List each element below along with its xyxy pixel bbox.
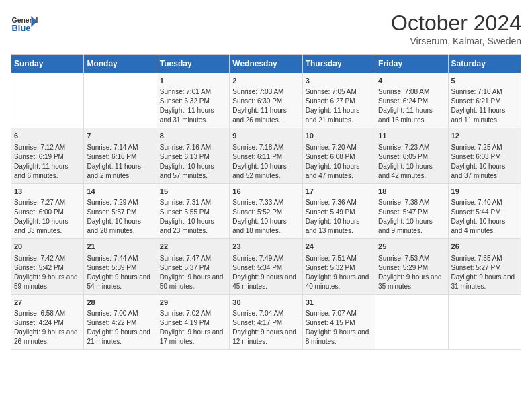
sunrise: Sunrise: 7:14 AM — [87, 144, 138, 151]
sunset: Sunset: 6:27 PM — [306, 97, 355, 105]
calendar-cell: 13 Sunrise: 7:27 AM Sunset: 6:00 PM Dayl… — [11, 183, 84, 238]
calendar-cell: 10 Sunrise: 7:20 AM Sunset: 6:08 PM Dayl… — [302, 128, 375, 183]
daylight: Daylight: 11 hours and 26 minutes. — [232, 107, 287, 124]
daylight: Daylight: 11 hours and 31 minutes. — [160, 107, 214, 124]
calendar-cell: 25 Sunrise: 7:53 AM Sunset: 5:29 PM Dayl… — [375, 239, 448, 294]
daylight: Daylight: 9 hours and 35 minutes. — [378, 273, 442, 290]
daylight: Daylight: 11 hours and 2 minutes. — [87, 163, 141, 179]
sunrise: Sunrise: 7:23 AM — [378, 144, 429, 151]
calendar-cell: 12 Sunrise: 7:25 AM Sunset: 6:03 PM Dayl… — [448, 128, 521, 183]
sunrise: Sunrise: 7:38 AM — [378, 199, 429, 206]
calendar-cell: 7 Sunrise: 7:14 AM Sunset: 6:16 PM Dayli… — [84, 128, 157, 183]
sunrise: Sunrise: 7:04 AM — [232, 310, 283, 317]
day-number: 13 — [14, 187, 81, 197]
sunrise: Sunrise: 7:33 AM — [232, 199, 283, 206]
day-number: 23 — [232, 242, 299, 252]
calendar-cell: 16 Sunrise: 7:33 AM Sunset: 5:52 PM Dayl… — [230, 183, 302, 238]
calendar-cell: 17 Sunrise: 7:36 AM Sunset: 5:49 PM Dayl… — [302, 183, 375, 238]
calendar-cell: 31 Sunrise: 7:07 AM Sunset: 4:15 PM Dayl… — [302, 294, 375, 349]
calendar-cell: 30 Sunrise: 7:04 AM Sunset: 4:17 PM Dayl… — [230, 294, 302, 349]
sunset: Sunset: 4:24 PM — [14, 319, 64, 326]
col-saturday: Saturday — [448, 55, 521, 73]
sunrise: Sunrise: 7:01 AM — [160, 88, 211, 95]
sunset: Sunset: 6:05 PM — [378, 153, 428, 161]
col-monday: Monday — [84, 55, 157, 73]
calendar-cell: 23 Sunrise: 7:49 AM Sunset: 5:34 PM Dayl… — [230, 239, 302, 294]
day-number: 7 — [87, 131, 153, 141]
calendar-week-4: 20 Sunrise: 7:42 AM Sunset: 5:42 PM Dayl… — [11, 239, 521, 294]
calendar-cell: 21 Sunrise: 7:44 AM Sunset: 5:39 PM Dayl… — [84, 239, 157, 294]
sunset: Sunset: 6:30 PM — [232, 97, 282, 105]
calendar-cell: 6 Sunrise: 7:12 AM Sunset: 6:19 PM Dayli… — [11, 128, 84, 183]
calendar-cell: 15 Sunrise: 7:31 AM Sunset: 5:55 PM Dayl… — [157, 183, 229, 238]
sunset: Sunset: 6:16 PM — [87, 153, 136, 161]
sunset: Sunset: 6:24 PM — [378, 97, 428, 105]
daylight: Daylight: 9 hours and 8 minutes. — [306, 328, 369, 345]
sunset: Sunset: 5:37 PM — [160, 264, 210, 271]
sunrise: Sunrise: 7:51 AM — [306, 255, 357, 262]
daylight: Daylight: 10 hours and 57 minutes. — [160, 163, 214, 179]
col-friday: Friday — [375, 55, 448, 73]
calendar-cell: 4 Sunrise: 7:08 AM Sunset: 6:24 PM Dayli… — [375, 73, 448, 128]
sunrise: Sunrise: 7:27 AM — [14, 199, 65, 206]
calendar-cell: 28 Sunrise: 7:00 AM Sunset: 4:22 PM Dayl… — [84, 294, 157, 349]
daylight: Daylight: 9 hours and 40 minutes. — [306, 273, 369, 290]
day-number: 22 — [160, 242, 226, 252]
daylight: Daylight: 10 hours and 33 minutes. — [14, 218, 69, 234]
sunrise: Sunrise: 7:47 AM — [160, 255, 211, 262]
daylight: Daylight: 10 hours and 37 minutes. — [451, 163, 506, 179]
sunset: Sunset: 5:27 PM — [451, 264, 501, 271]
sunset: Sunset: 6:03 PM — [451, 153, 501, 161]
daylight: Daylight: 10 hours and 47 minutes. — [306, 163, 360, 179]
day-number: 25 — [378, 242, 445, 252]
calendar-cell: 1 Sunrise: 7:01 AM Sunset: 6:32 PM Dayli… — [157, 73, 229, 128]
day-number: 28 — [87, 298, 153, 308]
day-number: 15 — [160, 187, 226, 197]
calendar-cell: 2 Sunrise: 7:03 AM Sunset: 6:30 PM Dayli… — [230, 73, 302, 128]
sunrise: Sunrise: 7:53 AM — [378, 255, 429, 262]
calendar-cell: 20 Sunrise: 7:42 AM Sunset: 5:42 PM Dayl… — [11, 239, 84, 294]
sunrise: Sunrise: 7:42 AM — [14, 255, 65, 262]
day-number: 5 — [451, 76, 518, 86]
daylight: Daylight: 10 hours and 4 minutes. — [451, 218, 506, 234]
calendar-cell — [375, 294, 448, 349]
day-number: 31 — [306, 298, 372, 308]
day-number: 11 — [378, 131, 445, 141]
daylight: Daylight: 9 hours and 26 minutes. — [14, 328, 78, 345]
sunrise: Sunrise: 7:55 AM — [451, 255, 502, 262]
header-row: Sunday Monday Tuesday Wednesday Thursday… — [11, 55, 521, 73]
daylight: Daylight: 10 hours and 42 minutes. — [378, 163, 433, 179]
sunset: Sunset: 5:29 PM — [378, 264, 428, 271]
calendar-cell: 27 Sunrise: 6:58 AM Sunset: 4:24 PM Dayl… — [11, 294, 84, 349]
day-number: 30 — [232, 298, 299, 308]
daylight: Daylight: 9 hours and 45 minutes. — [232, 273, 296, 290]
sunset: Sunset: 6:21 PM — [451, 97, 501, 105]
day-number: 10 — [306, 131, 372, 141]
col-sunday: Sunday — [11, 55, 84, 73]
sunrise: Sunrise: 7:16 AM — [160, 144, 211, 151]
sunset: Sunset: 6:00 PM — [14, 208, 64, 216]
sunset: Sunset: 6:32 PM — [160, 97, 210, 105]
calendar-week-2: 6 Sunrise: 7:12 AM Sunset: 6:19 PM Dayli… — [11, 128, 521, 183]
sunset: Sunset: 4:17 PM — [232, 319, 282, 326]
sunrise: Sunrise: 7:18 AM — [232, 144, 283, 151]
sunset: Sunset: 4:22 PM — [87, 319, 136, 326]
day-number: 26 — [451, 242, 518, 252]
day-number: 21 — [87, 242, 153, 252]
sunset: Sunset: 5:44 PM — [451, 208, 501, 216]
sunrise: Sunrise: 7:02 AM — [160, 310, 211, 317]
sunset: Sunset: 5:57 PM — [87, 208, 136, 216]
sunrise: Sunrise: 7:49 AM — [232, 255, 283, 262]
daylight: Daylight: 11 hours and 21 minutes. — [306, 107, 360, 124]
sunset: Sunset: 5:47 PM — [378, 208, 428, 216]
daylight: Daylight: 10 hours and 18 minutes. — [232, 218, 287, 234]
calendar-cell: 3 Sunrise: 7:05 AM Sunset: 6:27 PM Dayli… — [302, 73, 375, 128]
day-number: 29 — [160, 298, 226, 308]
sunset: Sunset: 5:32 PM — [306, 264, 355, 271]
sunset: Sunset: 4:19 PM — [160, 319, 210, 326]
page-header: General Blue October 2024 Virserum, Kalm… — [11, 11, 521, 46]
calendar-subtitle: Virserum, Kalmar, Sweden — [391, 36, 521, 46]
calendar-cell — [448, 294, 521, 349]
day-number: 4 — [378, 76, 445, 86]
calendar-cell: 19 Sunrise: 7:40 AM Sunset: 5:44 PM Dayl… — [448, 183, 521, 238]
